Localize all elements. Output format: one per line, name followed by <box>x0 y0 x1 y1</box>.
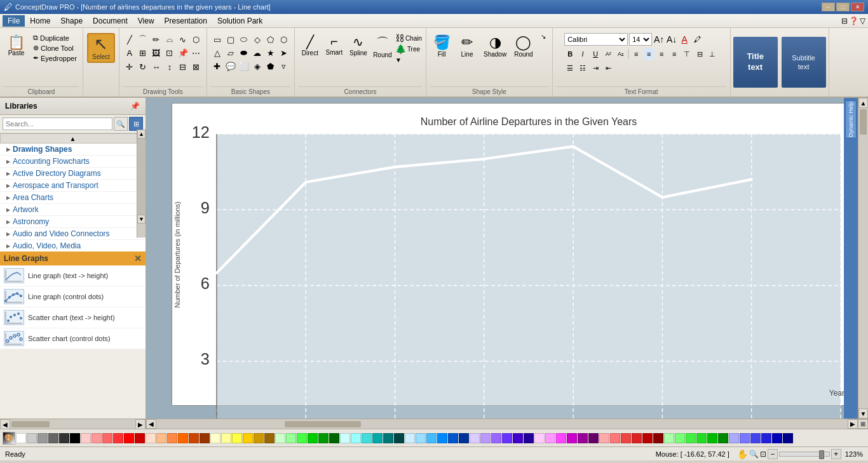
font-size-select[interactable]: 14 <box>629 33 652 46</box>
search-button[interactable]: 🔍 <box>114 117 128 131</box>
h-scroll-left-arrow[interactable]: ◀ <box>0 419 10 429</box>
duplicate-button[interactable]: ⧉ Duplicate <box>31 33 79 43</box>
curve-tool[interactable]: ⌒ <box>137 33 149 46</box>
color-swatch[interactable] <box>480 433 491 443</box>
shape-style-expand-icon[interactable]: ↘ <box>541 33 546 40</box>
color-swatch[interactable] <box>675 433 685 443</box>
view-toggle-button[interactable]: ⊞ <box>129 117 143 131</box>
shape4[interactable]: ◈ <box>251 60 264 72</box>
arc-tool[interactable]: ⌓ <box>163 33 176 46</box>
color-swatch[interactable] <box>135 433 145 443</box>
text-tool[interactable]: A <box>123 46 136 59</box>
color-swatch[interactable] <box>264 433 275 443</box>
lib-scroll-down[interactable]: ▼ <box>137 215 146 224</box>
color-picker-icon[interactable]: 🎨 <box>3 432 15 445</box>
flip-h-tool[interactable]: ↔ <box>150 60 163 73</box>
close-button[interactable]: ✕ <box>851 3 864 11</box>
valign-bottom-button[interactable]: ⊥ <box>707 48 718 60</box>
canvas-h-scroll-left[interactable]: ◀ <box>146 419 156 429</box>
color-swatch[interactable] <box>750 433 761 443</box>
outdent-button[interactable]: ⇤ <box>602 62 614 74</box>
align-right-button[interactable]: ≡ <box>656 48 667 60</box>
scatter-text-height[interactable]: Scatter chart (text -> height) <box>0 307 146 328</box>
color-swatch[interactable] <box>318 433 329 443</box>
group-tool[interactable]: ⊡ <box>163 46 176 59</box>
library-item-aerospace[interactable]: Aerospace and Transport <box>0 180 146 192</box>
color-swatch[interactable] <box>243 433 253 443</box>
font-family-select[interactable]: Calibri <box>564 33 628 46</box>
menu-file[interactable]: File <box>3 15 25 27</box>
indent-button[interactable]: ⇥ <box>590 62 601 74</box>
canvas-h-scroll-right[interactable]: ▶ <box>848 419 858 429</box>
menu-view[interactable]: View <box>133 15 159 27</box>
smart-connector-button[interactable]: ⌐ Smart <box>323 33 346 57</box>
color-swatch[interactable] <box>81 433 91 443</box>
menu-solution-park[interactable]: Solution Park <box>212 15 268 27</box>
shape5[interactable]: ⬟ <box>264 60 277 72</box>
cloud-shape[interactable]: ☁ <box>251 46 264 59</box>
color-swatch[interactable] <box>124 433 134 443</box>
color-swatch[interactable] <box>653 433 663 443</box>
zoom-out-button[interactable]: − <box>768 449 778 459</box>
rotate-tool[interactable]: ↻ <box>137 60 149 73</box>
maximize-button[interactable]: □ <box>836 3 850 11</box>
color-swatch[interactable] <box>610 433 620 443</box>
color-swatch[interactable] <box>156 433 166 443</box>
color-swatch[interactable] <box>189 433 199 443</box>
title-text-button[interactable]: Titletext <box>733 37 778 88</box>
note-tool[interactable]: 📌 <box>177 46 189 59</box>
color-swatch[interactable] <box>632 433 642 443</box>
parallelogram-shape[interactable]: ▱ <box>224 46 237 59</box>
cross-shape[interactable]: ✚ <box>211 60 224 72</box>
color-swatch[interactable] <box>621 433 631 443</box>
menu-home[interactable]: Home <box>25 15 55 27</box>
library-item-drawing-shapes[interactable]: Drawing Shapes <box>0 144 146 156</box>
shadow-button[interactable]: ◑ Shadow <box>481 33 509 59</box>
color-swatch[interactable] <box>664 433 674 443</box>
align-center-button[interactable]: ≡ <box>643 48 654 60</box>
align-left-button[interactable]: ≡ <box>630 48 642 60</box>
scroll-thumb-v[interactable] <box>860 109 867 135</box>
color-swatch[interactable] <box>718 433 728 443</box>
flip-v-tool[interactable]: ↕ <box>163 60 176 73</box>
color-swatch[interactable] <box>470 433 480 443</box>
subscript-button[interactable]: A₂ <box>615 48 627 60</box>
color-swatch[interactable] <box>275 433 285 443</box>
eyedropper-button[interactable]: ✒ Eyedropper <box>31 53 79 63</box>
ribbon-collapse-icon[interactable]: ⊟ <box>841 17 848 25</box>
color-swatch[interactable] <box>545 433 555 443</box>
more-tool[interactable]: ⋯ <box>190 46 203 59</box>
line-graph-text-height[interactable]: Line graph (text -> height) <box>0 265 146 286</box>
paste-button[interactable]: 📋 Paste <box>4 33 29 59</box>
color-swatch[interactable] <box>426 433 437 443</box>
spline-connector-button[interactable]: ∿ Spline <box>347 33 370 58</box>
pentagon-shape[interactable]: ⬠ <box>264 33 277 46</box>
color-swatch[interactable] <box>761 433 771 443</box>
color-swatch[interactable] <box>707 433 717 443</box>
pin-icon[interactable]: 📌 <box>129 100 140 112</box>
distribute-tool[interactable]: ⊠ <box>190 60 203 73</box>
dynamic-help-button[interactable]: Dynamic Help <box>845 100 857 138</box>
section-close-button[interactable]: ✕ <box>134 253 142 264</box>
color-swatch[interactable] <box>297 433 307 443</box>
color-swatch[interactable] <box>383 433 393 443</box>
h-scroll-thumb-left[interactable] <box>11 421 50 427</box>
color-swatch[interactable] <box>556 433 566 443</box>
color-swatch[interactable] <box>372 433 383 443</box>
diamond-shape[interactable]: ◇ <box>251 33 264 46</box>
line-graph-control-dots[interactable]: Line graph (control dots) <box>0 286 146 307</box>
color-swatch[interactable] <box>394 433 404 443</box>
subtitle-text-button[interactable]: Subtitletext <box>782 37 826 88</box>
zoom-fit-icon[interactable]: ⊡ <box>760 450 766 459</box>
bold-button[interactable]: B <box>564 48 576 60</box>
polygon-tool[interactable]: ⬡ <box>190 33 203 46</box>
canvas-vertical-scrollbar[interactable]: ▲ ▼ <box>858 98 868 419</box>
color-swatch[interactable] <box>696 433 707 443</box>
clone-tool-button[interactable]: ⊕ Clone Tool <box>31 43 79 53</box>
color-swatch[interactable] <box>102 433 112 443</box>
tree-button[interactable]: 🌲 Tree <box>395 44 422 54</box>
color-swatch[interactable] <box>437 433 447 443</box>
table-tool[interactable]: ⊞ <box>137 46 149 59</box>
color-swatch[interactable] <box>729 433 739 443</box>
triangle-shape[interactable]: △ <box>211 46 224 59</box>
